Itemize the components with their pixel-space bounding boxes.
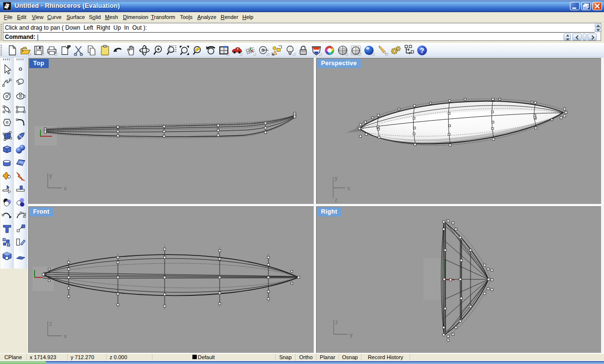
svg-text:z: z: [335, 319, 338, 326]
svg-text:z: z: [49, 320, 52, 327]
svg-text:z: z: [335, 197, 338, 203]
svg-text:y: y: [350, 331, 353, 338]
svg-text:x: x: [64, 185, 67, 192]
svg-text:y: y: [49, 172, 52, 179]
svg-text:?: ?: [420, 46, 424, 55]
svg-text:x: x: [64, 333, 67, 340]
svg-text:y: y: [335, 175, 338, 182]
svg-text:x: x: [347, 185, 350, 192]
